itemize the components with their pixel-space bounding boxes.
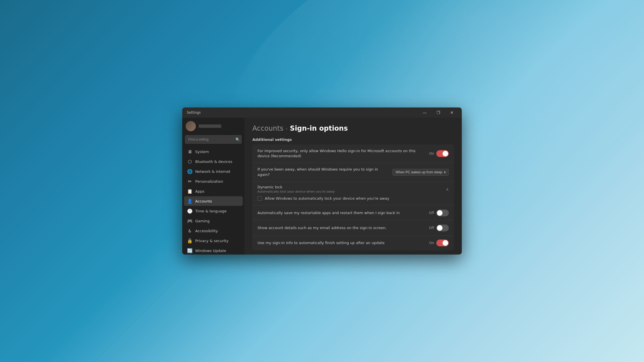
sidebar: 🔍 🖥System⬡Bluetooth & devices🌐Network & …	[182, 118, 244, 255]
bluetooth-icon: ⬡	[187, 159, 192, 164]
sidebar-item-label-network: Network & internet	[195, 169, 230, 174]
search-input[interactable]	[185, 135, 242, 144]
privacy-icon: 🔒	[187, 238, 192, 243]
additional-settings-title: Additional settings	[252, 137, 454, 142]
breadcrumb-separator: ›	[285, 126, 287, 132]
sidebar-item-system[interactable]: 🖥System	[184, 147, 243, 156]
sidebar-item-personalization[interactable]: ✏️Personalization	[184, 176, 243, 186]
minimize-button[interactable]: —	[418, 108, 431, 117]
sidebar-item-accessibility[interactable]: ♿Accessibility	[184, 226, 243, 236]
breadcrumb-current: Sign-in options	[290, 124, 348, 132]
require-signin-text: If you've been away, when should Windows…	[257, 167, 392, 177]
chevron-down-icon: ▾	[444, 170, 446, 174]
breadcrumb-parent[interactable]: Accounts	[252, 124, 283, 132]
signin-info-toggle[interactable]	[436, 240, 449, 246]
sidebar-item-label-accounts: Accounts	[195, 199, 212, 203]
user-section	[182, 118, 244, 133]
dynamic-lock-expanded: Allow Windows to automatically lock your…	[257, 193, 449, 202]
windows-hello-right: On	[429, 150, 449, 157]
windows-hello-text: For improved security, only allow Window…	[257, 148, 429, 159]
sidebar-item-apps[interactable]: 📋Apps	[184, 186, 243, 196]
dynamic-lock-header[interactable]: Dynamic lock Automatically lock your dev…	[257, 185, 449, 193]
search-box: 🔍	[185, 135, 242, 144]
breadcrumb: Accounts › Sign-in options	[252, 124, 454, 132]
signin-info-toggle-label: On	[429, 241, 434, 245]
auto-restart-row[interactable]: Automatically save my restartable apps a…	[252, 206, 454, 221]
user-name	[199, 124, 221, 128]
windows-hello-row[interactable]: For improved security, only allow Window…	[252, 145, 454, 163]
nav-list: 🖥System⬡Bluetooth & devices🌐Network & in…	[182, 146, 244, 255]
sidebar-item-update[interactable]: 🔄Windows Update	[184, 246, 243, 255]
update-icon: 🔄	[187, 248, 192, 253]
settings-window: Settings — ❐ ✕ 🔍 🖥System⬡Bluetooth & dev…	[182, 107, 462, 255]
require-signin-dropdown[interactable]: When PC wakes up from sleep ▾	[392, 169, 449, 176]
sidebar-item-label-system: System	[195, 150, 209, 154]
gaming-icon: 🎮	[187, 218, 192, 223]
sidebar-item-label-time: Time & language	[195, 209, 227, 213]
main-content: 🔍 🖥System⬡Bluetooth & devices🌐Network & …	[182, 118, 462, 255]
require-signin-row[interactable]: If you've been away, when should Windows…	[252, 163, 454, 181]
dynamic-lock-checkbox-label: Allow Windows to automatically lock your…	[265, 196, 389, 201]
sidebar-item-privacy[interactable]: 🔒Privacy & security	[184, 236, 243, 245]
time-icon: 🕐	[187, 208, 192, 214]
sidebar-item-network[interactable]: 🌐Network & internet	[184, 167, 243, 176]
sidebar-item-label-bluetooth: Bluetooth & devices	[195, 160, 232, 164]
signin-info-text: Use my sign-in info to automatically fin…	[257, 240, 429, 245]
content-area: Accounts › Sign-in options Additional se…	[244, 118, 462, 255]
title-bar-controls: — ❐ ✕	[418, 108, 458, 117]
auto-restart-text: Automatically save my restartable apps a…	[257, 210, 429, 216]
account-details-right: Off	[429, 225, 449, 231]
account-details-text: Show account details such as my email ad…	[257, 225, 429, 230]
title-bar-left: Settings	[187, 111, 201, 115]
apps-icon: 📋	[187, 189, 192, 194]
dynamic-lock-section: Dynamic lock Automatically lock your dev…	[252, 182, 454, 206]
sidebar-item-label-privacy: Privacy & security	[195, 239, 228, 243]
dynamic-lock-title: Dynamic lock	[257, 185, 335, 189]
dropdown-value: When PC wakes up from sleep	[396, 170, 442, 174]
network-icon: 🌐	[187, 169, 192, 174]
sidebar-item-label-apps: Apps	[195, 189, 204, 193]
accounts-icon: 👤	[187, 199, 192, 204]
sidebar-item-label-personalization: Personalization	[195, 179, 223, 184]
window-title: Settings	[187, 111, 201, 115]
account-details-toggle[interactable]	[436, 225, 449, 231]
auto-restart-toggle[interactable]	[436, 210, 449, 216]
sidebar-item-gaming[interactable]: 🎮Gaming	[184, 216, 243, 226]
accessibility-icon: ♿	[187, 228, 192, 233]
account-details-row[interactable]: Show account details such as my email ad…	[252, 221, 454, 236]
close-button[interactable]: ✕	[445, 108, 458, 117]
search-icon[interactable]: 🔍	[235, 137, 240, 142]
sidebar-item-time[interactable]: 🕐Time & language	[184, 206, 243, 216]
additional-settings-card: For improved security, only allow Window…	[252, 145, 454, 250]
signin-info-row[interactable]: Use my sign-in info to automatically fin…	[252, 236, 454, 250]
system-icon: 🖥	[187, 149, 192, 154]
maximize-button[interactable]: ❐	[432, 108, 445, 117]
sidebar-item-label-gaming: Gaming	[195, 219, 210, 223]
require-signin-right: When PC wakes up from sleep ▾	[392, 169, 449, 176]
personalization-icon: ✏️	[187, 179, 192, 184]
avatar	[186, 121, 196, 131]
windows-hello-toggle-label: On	[429, 152, 434, 156]
sidebar-item-label-accessibility: Accessibility	[195, 229, 218, 233]
account-details-toggle-label: Off	[429, 226, 434, 230]
windows-hello-toggle[interactable]	[436, 150, 449, 157]
signin-info-right: On	[429, 240, 449, 246]
sidebar-item-label-update: Windows Update	[195, 249, 226, 253]
auto-restart-toggle-label: Off	[429, 211, 434, 215]
sidebar-item-accounts[interactable]: 👤Accounts	[184, 196, 243, 206]
auto-restart-right: Off	[429, 210, 449, 216]
dynamic-lock-checkbox[interactable]	[257, 196, 262, 201]
chevron-up-icon: ∧	[446, 187, 449, 191]
sidebar-item-bluetooth[interactable]: ⬡Bluetooth & devices	[184, 157, 243, 166]
dynamic-lock-text: Dynamic lock Automatically lock your dev…	[257, 185, 335, 193]
dynamic-lock-subtitle: Automatically lock your device when you'…	[257, 190, 335, 193]
title-bar: Settings — ❐ ✕	[182, 107, 462, 118]
